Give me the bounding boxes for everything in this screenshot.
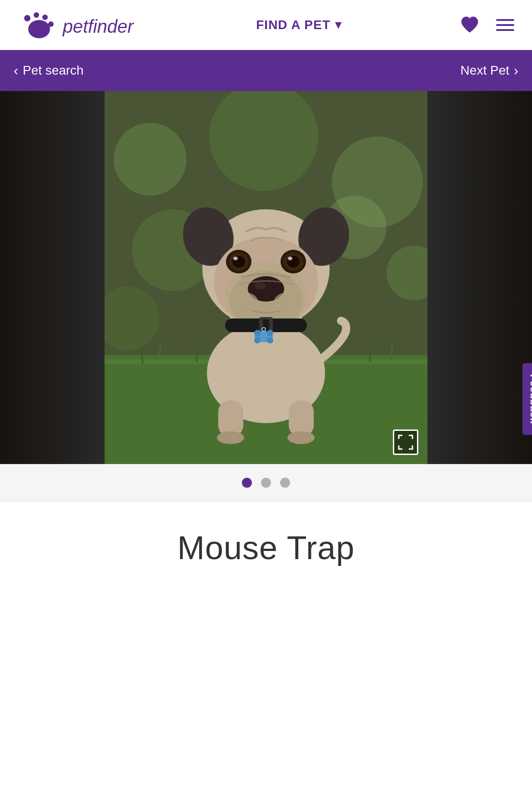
pet-navigation-bar: ‹ Pet search Next Pet ›	[0, 50, 532, 91]
find-pet-label: FIND A PET	[256, 18, 330, 32]
svg-point-4	[28, 20, 50, 38]
carousel-dot-2[interactable]	[261, 478, 271, 488]
carousel-dot-3[interactable]	[280, 478, 290, 488]
svg-point-24	[217, 431, 244, 444]
pet-image-section	[0, 91, 532, 464]
svg-point-26	[287, 431, 315, 444]
menu-button[interactable]	[492, 12, 518, 38]
hamburger-icon	[496, 19, 514, 31]
svg-point-45	[274, 293, 299, 313]
fullscreen-button[interactable]	[393, 429, 418, 455]
carousel-dot-1[interactable]	[242, 478, 252, 488]
svg-point-43	[288, 257, 292, 260]
svg-point-50	[254, 330, 261, 336]
svg-point-51	[267, 330, 273, 336]
main-nav: FIND A PET ▾	[256, 18, 341, 32]
find-pet-button[interactable]: FIND A PET ▾	[256, 18, 341, 32]
next-label: Next Pet	[461, 63, 509, 78]
next-pet-button[interactable]: Next Pet ›	[461, 63, 518, 78]
svg-point-44	[233, 293, 258, 313]
pet-image	[105, 91, 427, 464]
fullscreen-icon	[398, 434, 413, 450]
petfinder-logo[interactable]: petfinder	[14, 9, 141, 41]
pet-name-section: Mouse Trap	[0, 502, 532, 580]
pet-image-container	[105, 91, 427, 464]
favorites-button[interactable]	[457, 12, 483, 38]
header-icons	[457, 12, 518, 38]
svg-rect-48	[263, 319, 269, 331]
pet-name-heading: Mouse Trap	[14, 529, 518, 566]
heart-icon	[459, 15, 480, 35]
svg-rect-23	[218, 400, 243, 437]
svg-text:petfinder: petfinder	[62, 16, 134, 36]
svg-point-1	[34, 12, 39, 18]
back-to-search-button[interactable]: ‹ Pet search	[14, 63, 84, 78]
find-pet-chevron-icon: ▾	[335, 18, 341, 32]
svg-rect-25	[289, 400, 314, 437]
svg-point-7	[114, 123, 186, 196]
logo-area: petfinder	[14, 9, 141, 41]
svg-point-53	[267, 337, 273, 343]
next-chevron-icon: ›	[514, 63, 518, 78]
dark-overlay-left	[0, 91, 105, 464]
svg-point-35	[255, 282, 266, 289]
back-label: Pet search	[23, 63, 84, 78]
svg-point-2	[42, 15, 48, 20]
svg-point-0	[24, 15, 30, 21]
feedback-button[interactable]: Feedback	[522, 363, 532, 435]
dark-overlay-right	[427, 91, 532, 464]
svg-point-52	[254, 337, 261, 343]
site-header: petfinder FIND A PET ▾	[0, 0, 532, 50]
back-chevron-icon: ‹	[14, 63, 18, 78]
svg-point-39	[233, 257, 238, 260]
carousel-dots	[0, 464, 532, 502]
